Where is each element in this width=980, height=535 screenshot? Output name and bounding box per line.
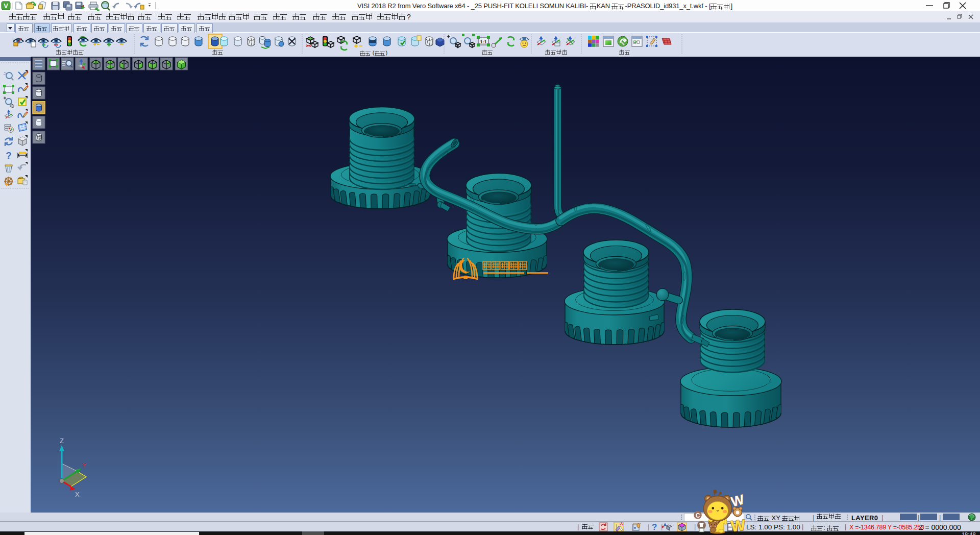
svg-text:Z: Z bbox=[60, 437, 64, 445]
svg-text:?: ? bbox=[652, 522, 657, 531]
svg-text:V: V bbox=[4, 2, 8, 10]
svg-text:Y: Y bbox=[82, 461, 87, 469]
svg-text:1:1: 1:1 bbox=[480, 39, 486, 44]
svg-text:C: C bbox=[696, 512, 700, 519]
svg-text:W: W bbox=[730, 516, 746, 534]
svg-text:?: ? bbox=[6, 150, 12, 161]
svg-text:X: X bbox=[75, 491, 80, 498]
